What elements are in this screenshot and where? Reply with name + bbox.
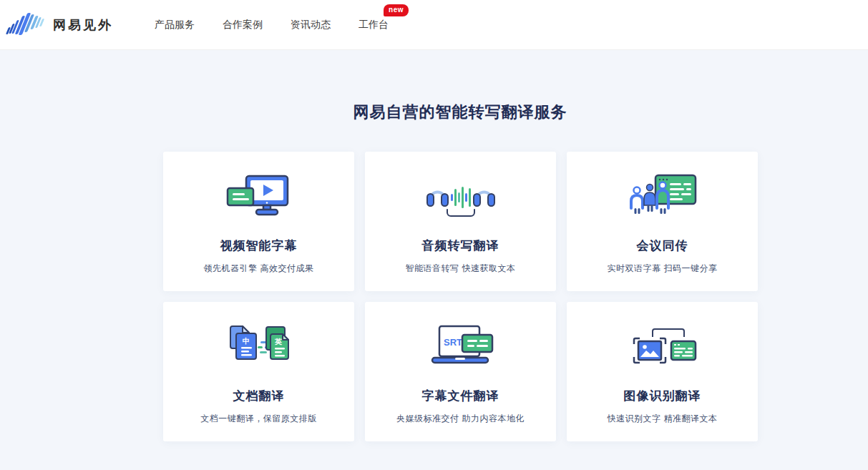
card-subtitle: 央媒级标准交付 助力内容本地化: [365, 413, 556, 425]
service-card-grid: 视频智能字幕 领先机器引擎 高效交付成果: [163, 152, 757, 441]
card-title: 图像识别翻译: [567, 388, 758, 404]
service-card-audio-transcription[interactable]: 音频转写翻译 智能语音转写 快速获取文本: [365, 152, 556, 291]
card-icon-box: 中 英: [163, 322, 354, 372]
main-nav: 产品服务 合作案例 资讯动态 工作台 new: [153, 14, 415, 36]
service-card-document-translation[interactable]: 中 英 文档翻译 文档一键翻译，保留原: [163, 302, 354, 441]
service-card-image-ocr[interactable]: 图像识别翻译 快速识别文字 精准翻译文本: [567, 302, 758, 441]
card-subtitle: 智能语音转写 快速获取文本: [365, 263, 556, 275]
top-nav-bar: 网易见外 产品服务 合作案例 资讯动态 工作台 new: [0, 0, 868, 50]
card-icon-box: [163, 172, 354, 222]
netease-jianwai-logo-icon: [7, 13, 44, 37]
services-section: 网易自营的智能转写翻译服务 视频智能字幕 领先机器引擎 高效交付成果: [0, 50, 868, 441]
card-title: 字幕文件翻译: [365, 388, 556, 404]
card-icon-box: SRT: [365, 322, 556, 372]
nav-item-news[interactable]: 资讯动态: [289, 14, 332, 36]
card-title: 音频转写翻译: [365, 238, 556, 254]
nav-item-workbench-label: 工作台: [359, 19, 389, 30]
nav-item-workbench[interactable]: 工作台 new: [357, 14, 390, 36]
card-icon-box: [365, 172, 556, 222]
card-title: 视频智能字幕: [163, 238, 354, 254]
svg-text:SRT: SRT: [444, 337, 462, 348]
card-subtitle: 快速识别文字 精准翻译文本: [567, 413, 758, 425]
image-scan-ocr-icon: [628, 324, 697, 370]
nav-item-products[interactable]: 产品服务: [153, 14, 196, 36]
brand-text: 网易见外: [53, 16, 113, 34]
nav-item-cases[interactable]: 合作案例: [221, 14, 264, 36]
card-icon-box: [567, 172, 758, 222]
card-subtitle: 领先机器引擎 高效交付成果: [163, 263, 354, 275]
svg-text:中: 中: [243, 337, 250, 345]
svg-text:英: 英: [274, 338, 283, 346]
service-card-conference[interactable]: 会议同传 实时双语字幕 扫码一键分享: [567, 152, 758, 291]
documents-translate-icon: 中 英: [225, 324, 293, 370]
page-title: 网易自营的智能转写翻译服务: [163, 102, 757, 123]
people-presentation-icon: [628, 174, 697, 220]
video-monitor-play-icon: [225, 174, 293, 220]
card-title: 会议同传: [567, 238, 758, 254]
card-subtitle: 文档一键翻译，保留原文排版: [163, 413, 354, 425]
service-card-video-subtitles[interactable]: 视频智能字幕 领先机器引擎 高效交付成果: [163, 152, 354, 291]
new-badge: new: [384, 4, 409, 16]
card-icon-box: [567, 322, 758, 372]
card-subtitle: 实时双语字幕 扫码一键分享: [567, 263, 758, 275]
headphones-waveform-icon: [426, 174, 495, 220]
brand-logo[interactable]: 网易见外: [7, 13, 113, 37]
service-card-subtitle-file[interactable]: SRT 字幕文件翻译 央媒级标准交付 助力内容本地化: [365, 302, 556, 441]
card-title: 文档翻译: [163, 388, 354, 404]
laptop-srt-subtitle-icon: SRT: [426, 324, 495, 370]
